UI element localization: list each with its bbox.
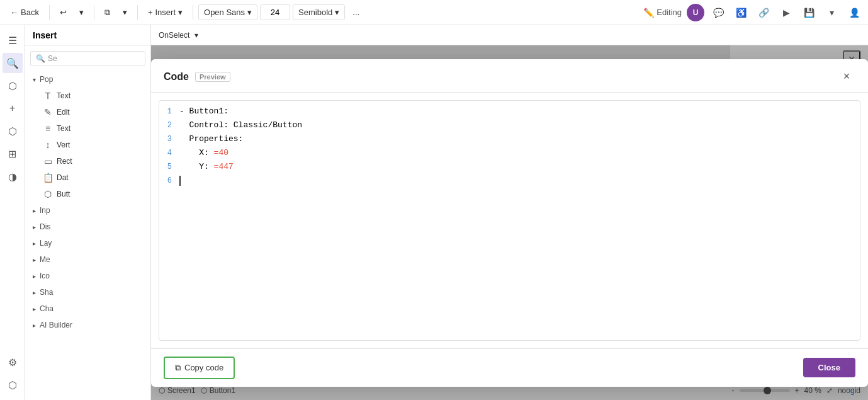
- modal-preview-badge: Preview: [195, 72, 230, 82]
- code-content-1: - Button1:: [179, 106, 860, 116]
- line-num-1: 1: [159, 106, 179, 116]
- sidebar-search-icon[interactable]: 🔍: [3, 53, 23, 73]
- insert-item-butt-label: Butt: [57, 190, 70, 198]
- line-num-2: 2: [159, 120, 179, 130]
- expand-arrow-icon-inp: ▸: [33, 207, 36, 214]
- category-me[interactable]: ▸ Me: [25, 251, 150, 268]
- font-weight-dropdown[interactable]: Semibold ▾: [293, 4, 345, 20]
- code-line-6: 6: [159, 175, 860, 189]
- more-options-button[interactable]: ...: [347, 5, 364, 20]
- modal-footer: ⧉ Copy code Close: [151, 348, 868, 387]
- accessibility-icon[interactable]: ♿: [732, 4, 750, 21]
- text2-item-icon: ≡: [43, 123, 53, 134]
- modal-title-text: Code: [164, 71, 189, 83]
- undo-dropdown-button[interactable]: ▾: [74, 5, 89, 20]
- save-dropdown-icon[interactable]: ▾: [823, 4, 840, 21]
- sidebar-menu-icon[interactable]: ☰: [3, 30, 23, 50]
- search-box[interactable]: 🔍 Se: [30, 51, 145, 66]
- divider-2: [94, 5, 94, 20]
- modal-close-button[interactable]: ×: [838, 68, 855, 86]
- rect-item-icon: ▭: [43, 156, 53, 166]
- plus-icon: +: [148, 8, 153, 17]
- sidebar-media-icon[interactable]: ⬡: [3, 121, 23, 141]
- category-lay[interactable]: ▸ Lay: [25, 235, 150, 251]
- code-content-4: X: =40: [179, 148, 860, 157]
- insert-item-vert[interactable]: ↕ Vert: [25, 137, 150, 153]
- chevron-down-icon-2: ▾: [123, 8, 127, 17]
- account-icon[interactable]: 👤: [845, 4, 863, 21]
- category-dis-label: Dis: [40, 222, 50, 231]
- category-cha[interactable]: ▸ Cha: [25, 300, 150, 317]
- insert-item-edit-label: Edit: [57, 108, 70, 117]
- share-icon[interactable]: 🔗: [755, 4, 772, 21]
- code-line-4: 4 X: =40: [159, 147, 860, 161]
- code-modal: Code Preview × 1 - Button1: 2: [151, 59, 868, 387]
- modal-header: Code Preview ×: [151, 59, 868, 93]
- code-content-6: [179, 176, 860, 186]
- category-ai[interactable]: ▸ AI Builder: [25, 317, 150, 333]
- sidebar-data-icon[interactable]: ⊞: [3, 144, 23, 164]
- back-arrow-icon: ←: [10, 8, 18, 17]
- sidebar-layers-icon[interactable]: ⬡: [3, 76, 23, 96]
- divider-3: [137, 5, 138, 20]
- line-num-3: 3: [159, 134, 179, 144]
- modal-close-action-button[interactable]: Close: [803, 358, 855, 377]
- close-button-label: Close: [818, 363, 840, 372]
- category-sha-label: Sha: [40, 288, 53, 297]
- line-num-4: 4: [159, 148, 179, 157]
- sidebar-add-icon[interactable]: +: [3, 98, 23, 118]
- category-sha[interactable]: ▸ Sha: [25, 284, 150, 300]
- category-inp[interactable]: ▸ Inp: [25, 202, 150, 219]
- back-button[interactable]: ← Back: [5, 5, 44, 20]
- line-num-6: 6: [159, 176, 179, 185]
- insert-section: ▾ Pop T Text ✎ Edit ≡ Text ↕ Vert ▭ Rect: [25, 71, 150, 400]
- toolbar-right: ✏️ Editing U 💬 ♿ 🔗 ▶ 💾 ▾ 👤: [643, 4, 863, 21]
- category-popular-label: Pop: [40, 75, 53, 84]
- sidebar-bottom-icon[interactable]: ⬡: [3, 375, 23, 395]
- onselect-label: OnSelect: [159, 31, 189, 40]
- expand-arrow-icon-me: ▸: [33, 256, 36, 263]
- category-popular[interactable]: ▾ Pop: [25, 71, 150, 88]
- copy-button[interactable]: ⧉: [99, 5, 115, 20]
- onselect-dropdown-arrow[interactable]: ▾: [194, 31, 198, 40]
- category-dis[interactable]: ▸ Dis: [25, 219, 150, 235]
- edit-item-icon: ✎: [43, 107, 53, 117]
- copy-code-button[interactable]: ⧉ Copy code: [164, 357, 235, 379]
- paste-dropdown-button[interactable]: ▾: [118, 5, 132, 20]
- avatar-initials: U: [693, 8, 699, 17]
- sidebar-theme-icon[interactable]: ◑: [3, 166, 23, 186]
- left-sidebar: ☰ 🔍 ⬡ + ⬡ ⊞ ◑ ⚙ ⬡: [0, 25, 25, 400]
- user-avatar[interactable]: U: [687, 4, 704, 21]
- comment-icon[interactable]: 💬: [709, 4, 727, 21]
- insert-button[interactable]: + Insert ▾: [143, 5, 188, 20]
- insert-item-rect[interactable]: ▭ Rect: [25, 153, 150, 169]
- main-toolbar: ← Back ↩ ▾ ⧉ ▾ + Insert ▾ Open Sans ▾ Se…: [0, 0, 868, 25]
- insert-item-butt[interactable]: ⬡ Butt: [25, 186, 150, 202]
- expand-arrow-icon-ico: ▸: [33, 273, 36, 280]
- category-me-label: Me: [40, 255, 50, 264]
- x-value: =40: [214, 148, 228, 157]
- insert-item-dat-label: Dat: [57, 173, 69, 182]
- sidebar-settings-icon[interactable]: ⚙: [3, 352, 23, 372]
- divider-1: [49, 5, 50, 20]
- play-icon[interactable]: ▶: [777, 4, 795, 21]
- insert-item-text[interactable]: T Text: [25, 88, 150, 104]
- line-num-5: 5: [159, 162, 179, 171]
- vert-item-icon: ↕: [43, 140, 53, 150]
- code-editor[interactable]: 1 - Button1: 2 Control: Classic/Button 3…: [159, 100, 860, 341]
- insert-chevron-icon: ▾: [178, 8, 183, 17]
- text-item-icon: T: [43, 91, 53, 101]
- category-cha-label: Cha: [40, 304, 54, 313]
- expand-arrow-icon: ▾: [33, 76, 36, 83]
- insert-item-dat[interactable]: 📋 Dat: [25, 169, 150, 186]
- copy-code-label: Copy code: [184, 363, 223, 372]
- back-label: Back: [21, 8, 39, 17]
- insert-item-text2[interactable]: ≡ Text: [25, 120, 150, 137]
- category-ico[interactable]: ▸ Ico: [25, 268, 150, 284]
- font-family-dropdown[interactable]: Open Sans ▾: [198, 4, 257, 20]
- undo-button[interactable]: ↩: [55, 5, 72, 20]
- font-size-input[interactable]: [260, 4, 290, 20]
- insert-item-edit[interactable]: ✎ Edit: [25, 104, 150, 120]
- save-icon[interactable]: 💾: [800, 4, 818, 21]
- onselect-bar: OnSelect ▾: [151, 25, 868, 45]
